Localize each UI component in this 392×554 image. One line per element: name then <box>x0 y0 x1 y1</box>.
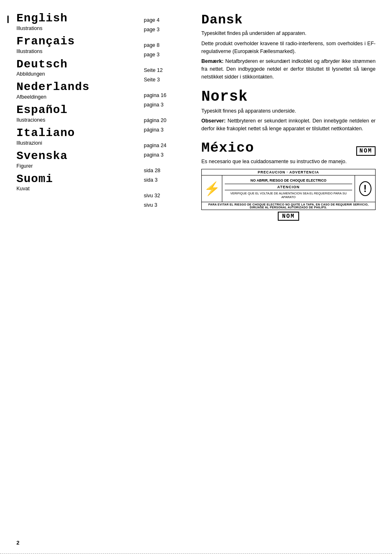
svenska-page1: sida 28 <box>144 166 197 175</box>
italiano-title: Italiano <box>16 127 140 140</box>
deutsch-title: Deutsch <box>16 58 140 71</box>
pageref-english: page 4 page 3 <box>144 16 197 34</box>
espanol-page2: página 3 <box>144 125 197 135</box>
nederlands-title: Nederlands <box>16 81 140 94</box>
warning-line2: VERIFIQUE QUE EL VOLTAJE DE ALIMENTACION… <box>225 190 352 200</box>
suomi-page2: sivu 3 <box>144 201 197 210</box>
language-entry-svenska: Svenska Figurer <box>16 150 140 169</box>
pageref-suomi: sivu 32 sivu 3 <box>144 191 197 210</box>
norsk-bold: Observer: <box>201 118 226 124</box>
exclamation-symbol: ! <box>359 181 371 196</box>
francais-subtitle: Illustrations <box>16 48 140 54</box>
norsk-text2: Observer: Nettbryteren er sekundert innk… <box>201 117 376 133</box>
language-entry-english: English Illustrations <box>16 12 140 31</box>
nederlands-subtitle: Afbeeldingen <box>16 94 140 100</box>
center-column: page 4 page 3 page 8 page 3 Seite 12 Sei… <box>144 12 197 538</box>
norsk-rest: Nettbryteren er sekundert innkoplet. Den… <box>201 118 376 132</box>
warning-lightning-icon: ⚡ <box>202 175 222 202</box>
language-entry-francais: Français Illustrations <box>16 35 140 54</box>
english-title: English <box>16 12 140 25</box>
english-page1: page 4 <box>144 16 197 25</box>
language-entry-suomi: Suomi Kuvat <box>16 173 140 192</box>
suomi-page1: sivu 32 <box>144 191 197 201</box>
mexico-title: México <box>201 140 254 156</box>
espanol-subtitle: Ilustraciones <box>16 117 140 123</box>
english-page2: page 3 <box>144 25 197 35</box>
italiano-page2: pagina 3 <box>144 150 197 160</box>
dansk-title: Dansk <box>201 12 376 28</box>
language-entry-espanol: Español Ilustraciones <box>16 104 140 123</box>
deutsch-subtitle: Abbildungen <box>16 71 140 77</box>
pageref-svenska: sida 28 sida 3 <box>144 166 197 185</box>
italiano-page1: pagina 24 <box>144 141 197 150</box>
pageref-italiano: pagina 24 pagina 3 <box>144 141 197 159</box>
svenska-title: Svenska <box>16 150 140 163</box>
warning-footer: PARA EVITAR EL RIESGO DE CHOQUE ELECTRIC… <box>202 202 375 210</box>
espanol-title: Español <box>16 104 140 117</box>
pageref-francais: page 8 page 3 <box>144 41 197 59</box>
pageref-espanol: página 20 página 3 <box>144 116 197 134</box>
pageref-nederlands: pagina 16 pagina 3 <box>144 91 197 109</box>
page-container: English Illustrations Français Illustrat… <box>0 0 392 554</box>
deutsch-page2: Seite 3 <box>144 75 197 85</box>
language-entry-deutsch: Deutsch Abbildungen <box>16 58 140 77</box>
nederlands-page1: pagina 16 <box>144 91 197 100</box>
suomi-title: Suomi <box>16 173 140 186</box>
warning-header: PRECAUCION · ADVERTENCIA <box>202 169 375 175</box>
francais-page1: page 8 <box>144 41 197 50</box>
mexico-section: México NOM Es necesario que lea cuidados… <box>201 140 376 221</box>
dansk-section: Dansk Typeskiltet findes på undersiden a… <box>201 12 376 81</box>
francais-title: Français <box>16 35 140 48</box>
suomi-subtitle: Kuvat <box>16 186 140 192</box>
mexico-text1: Es necesario que lea cuidadosamente su i… <box>201 158 376 166</box>
norsk-text1: Typeskilt finnes på apparatens underside… <box>201 107 376 115</box>
content-area: English Illustrations Français Illustrat… <box>16 12 376 538</box>
nom-bottom: NOM <box>201 212 376 221</box>
english-subtitle: Illustrations <box>16 25 140 31</box>
svenska-subtitle: Figurer <box>16 163 140 169</box>
espanol-page1: página 20 <box>144 116 197 125</box>
language-entry-italiano: Italiano Illustrazioni <box>16 127 140 146</box>
warning-body: ⚡ NO ABRIR, RIESGO DE CHOQUE ELECTRICO A… <box>202 175 375 202</box>
right-column: Dansk Typeskiltet findes på undersiden a… <box>197 12 376 538</box>
warning-center: NO ABRIR, RIESGO DE CHOQUE ELECTRICO ATE… <box>222 175 355 202</box>
warning-line1: NO ABRIR, RIESGO DE CHOQUE ELECTRICO <box>225 177 352 184</box>
francais-page2: page 3 <box>144 50 197 60</box>
deutsch-page1: Seite 12 <box>144 66 197 75</box>
norsk-section: Norsk Typeskilt finnes på apparatens und… <box>201 88 376 133</box>
nom-top-badge: NOM <box>356 146 376 156</box>
italiano-subtitle: Illustrazioni <box>16 140 140 146</box>
dansk-bold: Bemærk: <box>201 58 224 64</box>
page-number: 2 <box>16 540 19 546</box>
warning-box: PRECAUCION · ADVERTENCIA ⚡ NO ABRIR, RIE… <box>201 169 376 210</box>
dansk-text2: Dette produkt overholder kravene til rad… <box>201 40 376 55</box>
warning-exclamation-icon: ! <box>355 175 375 202</box>
svenska-page2: sida 3 <box>144 175 197 185</box>
nom-bottom-badge: NOM <box>278 212 299 221</box>
warning-atencion: ATENCION <box>225 184 352 190</box>
dansk-rest: Netafbryderen er sekundært indkoblet og … <box>201 58 376 80</box>
nederlands-page2: pagina 3 <box>144 100 197 110</box>
norsk-title: Norsk <box>201 88 376 105</box>
pageref-deutsch: Seite 12 Seite 3 <box>144 66 197 84</box>
left-column: English Illustrations Français Illustrat… <box>16 12 144 538</box>
dansk-text1: Typeskiltet findes på undersiden af appa… <box>201 30 376 37</box>
language-entry-nederlands: Nederlands Afbeeldingen <box>16 81 140 100</box>
left-marker <box>7 16 9 23</box>
mexico-title-row: México NOM <box>201 140 376 156</box>
dansk-text3: Bemærk: Netafbryderen er sekundært indko… <box>201 58 376 81</box>
